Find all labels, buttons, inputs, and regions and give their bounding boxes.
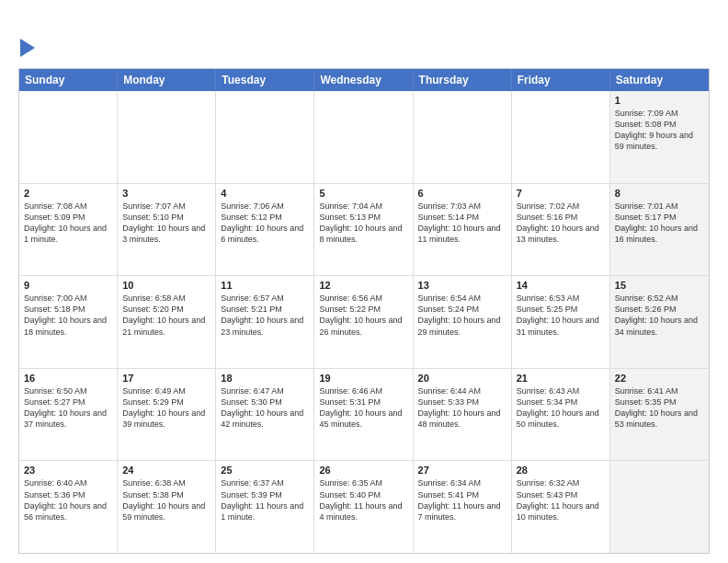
day-info: Sunrise: 6:53 AM Sunset: 5:25 PM Dayligh… xyxy=(517,293,605,338)
day-info: Sunrise: 7:07 AM Sunset: 5:10 PM Dayligh… xyxy=(122,201,210,246)
calendar-cell: 21Sunrise: 6:43 AM Sunset: 5:34 PM Dayli… xyxy=(512,369,610,461)
day-info: Sunrise: 6:57 AM Sunset: 5:21 PM Dayligh… xyxy=(221,293,309,338)
calendar-week-2: 2Sunrise: 7:08 AM Sunset: 5:09 PM Daylig… xyxy=(19,184,709,277)
header xyxy=(18,15,710,59)
day-info: Sunrise: 7:08 AM Sunset: 5:09 PM Dayligh… xyxy=(24,201,112,246)
logo-arrow-icon xyxy=(20,39,35,57)
day-header-tuesday: Tuesday xyxy=(216,69,314,91)
calendar-cell: 22Sunrise: 6:41 AM Sunset: 5:35 PM Dayli… xyxy=(610,369,709,461)
day-info: Sunrise: 6:38 AM Sunset: 5:38 PM Dayligh… xyxy=(122,477,210,523)
calendar-week-1: 1Sunrise: 7:09 AM Sunset: 5:08 PM Daylig… xyxy=(19,91,709,184)
calendar-header: SundayMondayTuesdayWednesdayThursdayFrid… xyxy=(19,69,709,91)
day-info: Sunrise: 6:32 AM Sunset: 5:43 PM Dayligh… xyxy=(517,477,605,523)
calendar-cell xyxy=(610,461,709,553)
calendar-cell: 18Sunrise: 6:47 AM Sunset: 5:30 PM Dayli… xyxy=(216,369,314,461)
day-info: Sunrise: 6:50 AM Sunset: 5:27 PM Dayligh… xyxy=(24,385,112,431)
day-info: Sunrise: 7:02 AM Sunset: 5:16 PM Dayligh… xyxy=(517,201,605,246)
day-info: Sunrise: 6:44 AM Sunset: 5:33 PM Dayligh… xyxy=(418,385,506,431)
day-info: Sunrise: 6:41 AM Sunset: 5:35 PM Dayligh… xyxy=(615,385,704,431)
day-number: 24 xyxy=(122,465,210,476)
day-number: 12 xyxy=(319,280,407,291)
day-info: Sunrise: 6:49 AM Sunset: 5:29 PM Dayligh… xyxy=(122,385,210,431)
day-info: Sunrise: 7:09 AM Sunset: 5:08 PM Dayligh… xyxy=(615,108,704,153)
day-header-monday: Monday xyxy=(118,69,216,91)
day-number: 22 xyxy=(615,373,704,384)
calendar-cell: 6Sunrise: 7:03 AM Sunset: 5:14 PM Daylig… xyxy=(414,184,512,276)
calendar-cell xyxy=(216,91,314,183)
logo xyxy=(18,15,35,59)
calendar-cell: 15Sunrise: 6:52 AM Sunset: 5:26 PM Dayli… xyxy=(610,276,709,368)
day-header-sunday: Sunday xyxy=(19,69,118,91)
calendar-week-3: 9Sunrise: 7:00 AM Sunset: 5:18 PM Daylig… xyxy=(19,276,709,369)
calendar-cell: 3Sunrise: 7:07 AM Sunset: 5:10 PM Daylig… xyxy=(118,184,216,276)
calendar-cell xyxy=(19,91,118,183)
day-number: 11 xyxy=(221,280,309,291)
calendar-cell: 9Sunrise: 7:00 AM Sunset: 5:18 PM Daylig… xyxy=(19,276,118,368)
calendar-cell xyxy=(118,91,216,183)
calendar-cell: 1Sunrise: 7:09 AM Sunset: 5:08 PM Daylig… xyxy=(610,91,709,183)
day-number: 19 xyxy=(319,373,407,384)
day-number: 2 xyxy=(24,188,112,199)
day-number: 15 xyxy=(615,280,704,291)
day-number: 18 xyxy=(221,373,309,384)
calendar-cell xyxy=(512,91,610,183)
day-number: 28 xyxy=(517,465,605,476)
calendar-cell: 27Sunrise: 6:34 AM Sunset: 5:41 PM Dayli… xyxy=(414,461,512,553)
day-info: Sunrise: 6:58 AM Sunset: 5:20 PM Dayligh… xyxy=(122,293,210,338)
day-number: 6 xyxy=(418,188,506,199)
calendar: SundayMondayTuesdayWednesdayThursdayFrid… xyxy=(18,68,710,554)
day-info: Sunrise: 6:37 AM Sunset: 5:39 PM Dayligh… xyxy=(221,477,309,523)
calendar-cell: 10Sunrise: 6:58 AM Sunset: 5:20 PM Dayli… xyxy=(118,276,216,368)
calendar-week-5: 23Sunrise: 6:40 AM Sunset: 5:36 PM Dayli… xyxy=(19,461,709,553)
day-info: Sunrise: 6:40 AM Sunset: 5:36 PM Dayligh… xyxy=(24,477,112,523)
calendar-cell: 16Sunrise: 6:50 AM Sunset: 5:27 PM Dayli… xyxy=(19,369,118,461)
day-info: Sunrise: 6:35 AM Sunset: 5:40 PM Dayligh… xyxy=(319,477,407,523)
calendar-cell: 17Sunrise: 6:49 AM Sunset: 5:29 PM Dayli… xyxy=(118,369,216,461)
day-info: Sunrise: 7:00 AM Sunset: 5:18 PM Dayligh… xyxy=(24,293,112,338)
calendar-week-4: 16Sunrise: 6:50 AM Sunset: 5:27 PM Dayli… xyxy=(19,369,709,462)
day-number: 16 xyxy=(24,373,112,384)
calendar-cell: 5Sunrise: 7:04 AM Sunset: 5:13 PM Daylig… xyxy=(314,184,413,276)
calendar-cell: 28Sunrise: 6:32 AM Sunset: 5:43 PM Dayli… xyxy=(512,461,610,553)
day-info: Sunrise: 6:34 AM Sunset: 5:41 PM Dayligh… xyxy=(418,477,506,523)
calendar-cell: 25Sunrise: 6:37 AM Sunset: 5:39 PM Dayli… xyxy=(216,461,314,553)
day-info: Sunrise: 7:01 AM Sunset: 5:17 PM Dayligh… xyxy=(615,201,704,246)
day-number: 13 xyxy=(418,280,506,291)
day-number: 25 xyxy=(221,465,309,476)
calendar-cell: 19Sunrise: 6:46 AM Sunset: 5:31 PM Dayli… xyxy=(314,369,413,461)
calendar-cell: 12Sunrise: 6:56 AM Sunset: 5:22 PM Dayli… xyxy=(314,276,413,368)
day-info: Sunrise: 6:47 AM Sunset: 5:30 PM Dayligh… xyxy=(221,385,309,431)
calendar-cell: 20Sunrise: 6:44 AM Sunset: 5:33 PM Dayli… xyxy=(414,369,512,461)
day-info: Sunrise: 7:06 AM Sunset: 5:12 PM Dayligh… xyxy=(221,201,309,246)
calendar-cell: 2Sunrise: 7:08 AM Sunset: 5:09 PM Daylig… xyxy=(19,184,118,276)
calendar-cell xyxy=(414,91,512,183)
logo-text xyxy=(18,15,35,59)
calendar-cell: 13Sunrise: 6:54 AM Sunset: 5:24 PM Dayli… xyxy=(414,276,512,368)
day-info: Sunrise: 6:46 AM Sunset: 5:31 PM Dayligh… xyxy=(319,385,407,431)
day-info: Sunrise: 6:54 AM Sunset: 5:24 PM Dayligh… xyxy=(418,293,506,338)
day-header-wednesday: Wednesday xyxy=(314,69,413,91)
calendar-cell: 4Sunrise: 7:06 AM Sunset: 5:12 PM Daylig… xyxy=(216,184,314,276)
day-header-friday: Friday xyxy=(512,69,610,91)
day-number: 4 xyxy=(221,188,309,199)
calendar-cell: 8Sunrise: 7:01 AM Sunset: 5:17 PM Daylig… xyxy=(610,184,709,276)
day-number: 20 xyxy=(418,373,506,384)
calendar-cell: 11Sunrise: 6:57 AM Sunset: 5:21 PM Dayli… xyxy=(216,276,314,368)
calendar-body: 1Sunrise: 7:09 AM Sunset: 5:08 PM Daylig… xyxy=(19,91,709,553)
day-info: Sunrise: 7:04 AM Sunset: 5:13 PM Dayligh… xyxy=(319,201,407,246)
day-number: 8 xyxy=(615,188,704,199)
calendar-cell: 23Sunrise: 6:40 AM Sunset: 5:36 PM Dayli… xyxy=(19,461,118,553)
day-info: Sunrise: 7:03 AM Sunset: 5:14 PM Dayligh… xyxy=(418,201,506,246)
day-number: 14 xyxy=(517,280,605,291)
day-info: Sunrise: 6:52 AM Sunset: 5:26 PM Dayligh… xyxy=(615,293,704,338)
calendar-cell: 14Sunrise: 6:53 AM Sunset: 5:25 PM Dayli… xyxy=(512,276,610,368)
day-number: 9 xyxy=(24,280,112,291)
day-header-thursday: Thursday xyxy=(414,69,512,91)
page: SundayMondayTuesdayWednesdayThursdayFrid… xyxy=(0,0,728,563)
day-number: 5 xyxy=(319,188,407,199)
day-number: 3 xyxy=(122,188,210,199)
day-number: 27 xyxy=(418,465,506,476)
calendar-cell: 7Sunrise: 7:02 AM Sunset: 5:16 PM Daylig… xyxy=(512,184,610,276)
calendar-cell: 26Sunrise: 6:35 AM Sunset: 5:40 PM Dayli… xyxy=(314,461,413,553)
day-header-saturday: Saturday xyxy=(610,69,709,91)
